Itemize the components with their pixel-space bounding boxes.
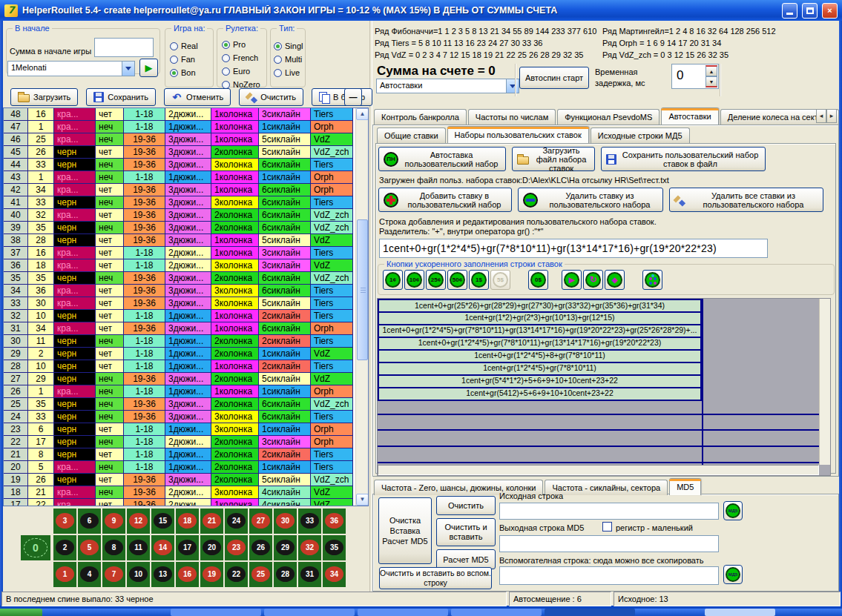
remove-all-bets-button[interactable]: Удалить все ставки из пользовательского … xyxy=(669,188,823,212)
bet-list-item[interactable]: 1cent+gr(1*2*4*5)+gr(7*8*10*11) xyxy=(378,363,702,376)
board-cell-10[interactable]: 10 xyxy=(127,562,150,587)
tab-scroll-left-icon[interactable]: ◂ xyxy=(816,109,826,123)
undo-button[interactable]: Отменить xyxy=(164,88,231,106)
save-bet-set-file-button[interactable]: Сохранить пользовательский набор ставок … xyxy=(601,147,766,171)
board-cell-23[interactable]: 23 xyxy=(225,535,248,560)
board-cell-17[interactable]: 17 xyxy=(176,535,199,560)
history-row[interactable]: 3535черннеч19-363дюжи...2колонка6сиклайн… xyxy=(4,272,353,285)
history-row[interactable]: 4133черннеч19-363дюжи...3колонка6сиклайн… xyxy=(4,196,353,209)
radio-option-multi[interactable]: Multi xyxy=(274,53,305,66)
chip-50-cent[interactable]: 50¢ xyxy=(447,270,467,290)
history-row[interactable]: 3828чернчет19-363дюжи...1колонка5сиклайн… xyxy=(4,234,353,247)
history-row[interactable]: 3330кра...чет19-363дюжи...3колонка5сикла… xyxy=(4,297,353,310)
scrollbar-thumb[interactable] xyxy=(357,219,368,360)
board-cell-14[interactable]: 14 xyxy=(151,535,174,560)
history-row[interactable]: 4234кра...чет19-363дюжи...1колонка6сикла… xyxy=(4,184,353,196)
quick-random-button[interactable] xyxy=(642,270,662,290)
history-row[interactable]: 1926чернчет19-363дюжи...2колонка5сиклайн… xyxy=(4,474,353,486)
md5-clear-paste-aux-button[interactable]: Очистить и вставить во вспом. строку xyxy=(379,567,492,589)
taskbar-button[interactable] xyxy=(264,609,355,616)
board-cell-6[interactable]: 6 xyxy=(78,509,101,534)
history-row[interactable]: 292чернчет1-181дюжи...2колонка1сиклайнVd… xyxy=(4,348,353,360)
history-row[interactable]: 3716кра...чет1-182дюжи...1колонка3сиклай… xyxy=(4,247,353,259)
taskbar-button-active[interactable] xyxy=(545,609,635,616)
bet-string-input[interactable] xyxy=(379,239,768,258)
bet-list-item[interactable]: 1cent+0+gr(1*2*4*5)+gr(7*8*10*11)+gr(13*… xyxy=(378,338,702,351)
save-button[interactable]: Сохранить xyxy=(86,88,156,106)
start-sum-input[interactable] xyxy=(94,38,154,57)
md5-calc-aux-button[interactable]: МД5 xyxy=(723,565,743,584)
strategy-select[interactable]: 1Melonati xyxy=(7,61,135,76)
tab-md5-source-strings[interactable]: Исходные строки МД5 xyxy=(591,127,690,143)
radio-option-live[interactable]: Live xyxy=(274,66,305,79)
radio-option-real[interactable]: Real xyxy=(170,39,213,53)
history-row[interactable]: 4032кра...чет19-363дюжи...2колонка6сикла… xyxy=(4,209,353,222)
tab-freq-sixlines[interactable]: Частота - сиклайны, сектора xyxy=(545,480,668,495)
start-button-sliver[interactable] xyxy=(0,609,42,616)
tab-bankroll-control[interactable]: Контроль банкролла xyxy=(374,109,467,125)
board-cell-15[interactable]: 15 xyxy=(151,509,174,534)
board-cell-33[interactable]: 33 xyxy=(298,509,321,534)
bet-grid-vscrollbar[interactable] xyxy=(819,299,830,465)
md5-calc-button[interactable]: Расчет MD5 xyxy=(436,549,496,569)
md5-clear-button[interactable]: Очистить xyxy=(436,496,496,515)
board-cell-22[interactable]: 22 xyxy=(225,562,248,587)
tab-psevdoms[interactable]: Функционал PsevdoMS xyxy=(557,109,660,125)
radio-option-bon[interactable]: Bon xyxy=(170,66,213,79)
history-row[interactable]: 2810чернчет1-181дюжи...1колонка2сиклайнT… xyxy=(4,360,353,373)
spin-down-icon[interactable]: ▼ xyxy=(705,76,717,87)
load-button[interactable]: Загрузить xyxy=(10,88,78,106)
board-cell-27[interactable]: 27 xyxy=(249,509,272,534)
mode-select[interactable]: Автоставки xyxy=(376,79,519,93)
board-cell-11[interactable]: 11 xyxy=(127,535,150,560)
board-cell-25[interactable]: 25 xyxy=(249,562,272,587)
radio-option-euro[interactable]: Euro xyxy=(222,64,266,78)
board-cell-8[interactable]: 8 xyxy=(102,535,125,560)
board-cell-3[interactable]: 3 xyxy=(53,509,76,534)
quick-play-button[interactable] xyxy=(562,270,582,290)
board-cell-20[interactable]: 20 xyxy=(200,535,223,560)
radio-option-pro[interactable]: Pro xyxy=(222,38,266,51)
taskbar-button[interactable] xyxy=(451,609,542,616)
history-row[interactable]: 3935черннеч19-363дюжи...2колонка6сиклайн… xyxy=(4,222,353,234)
radio-option-french[interactable]: French xyxy=(222,51,266,64)
board-cell-31[interactable]: 31 xyxy=(298,562,321,587)
add-bet-button[interactable]: Добавить ставку в пользовательский набор xyxy=(378,188,512,212)
md5-aux-input[interactable] xyxy=(499,566,719,585)
md5-calc-source-button[interactable]: МД5 xyxy=(723,501,743,520)
delay-spinner[interactable]: 0 ▲ ▼ xyxy=(671,64,719,89)
board-cell-2[interactable]: 2 xyxy=(53,535,76,560)
board-cell-34[interactable]: 34 xyxy=(323,562,346,587)
board-cell-19[interactable]: 19 xyxy=(200,562,223,587)
board-cell-zero[interactable]: 0 xyxy=(21,535,50,560)
board-cell-26[interactable]: 26 xyxy=(249,535,272,560)
taskbar-button[interactable] xyxy=(171,609,261,616)
chip-1-cent[interactable]: 1¢ xyxy=(383,270,403,290)
tab-md5[interactable]: MD5 xyxy=(669,478,701,495)
md5-clear-paste-calc-button[interactable]: ОчисткаВставкаРасчет MD5 xyxy=(378,497,432,564)
history-row[interactable]: 218чернчет1-181дюжи...2колонка2сиклайнTi… xyxy=(4,448,353,461)
bet-list-item[interactable]: 1cent+0+gr(25*26)+gr(28*29)+gr(27*30)+gr… xyxy=(378,299,702,313)
collapse-button[interactable]: — xyxy=(344,88,362,106)
history-row[interactable]: 4816кра...чет1-182дюжи...1колонка3сиклай… xyxy=(4,108,353,121)
board-cell-35[interactable]: 35 xyxy=(323,535,346,560)
history-row[interactable]: 4526чернчет19-363дюжи...2колонка5сиклайн… xyxy=(4,146,353,159)
autobet-user-set-button[interactable]: ПНАвтоставка пользовательский набор xyxy=(378,147,506,171)
history-row[interactable]: 2433черннеч19-363дюжи...3колонка6сиклайн… xyxy=(4,411,353,423)
bet-list-item[interactable]: 1cent+gr(5412)+5+6+9+10+10cent+23+22 xyxy=(378,388,702,401)
to-clipboard-button[interactable]: В буфер xyxy=(312,88,372,106)
history-row[interactable]: 2217черннеч1-182дюжи...2колонка3сиклайнO… xyxy=(4,436,353,448)
board-cell-9[interactable]: 9 xyxy=(102,509,125,534)
board-cell-4[interactable]: 4 xyxy=(78,562,101,587)
taskbar-button[interactable] xyxy=(358,609,448,616)
history-row[interactable]: 3210чернчет1-181дюжи...1колонка2сиклайнT… xyxy=(4,310,353,322)
quick-refresh-button[interactable] xyxy=(583,270,603,290)
board-cell-21[interactable]: 21 xyxy=(200,509,223,534)
run-strategy-button[interactable]: ▶ xyxy=(139,59,158,77)
spin-up-icon[interactable]: ▲ xyxy=(705,65,717,76)
chip-25-cent[interactable]: 25¢ xyxy=(426,270,446,290)
scroll-down-icon[interactable]: ▼ xyxy=(356,494,369,506)
tab-scroll-right-icon[interactable]: ▸ xyxy=(826,109,837,123)
history-row[interactable]: 471кра...неч1-181дюжи...1колонка1сиклайн… xyxy=(4,121,353,133)
chip-1-dollar[interactable]: 1$ xyxy=(469,270,489,290)
